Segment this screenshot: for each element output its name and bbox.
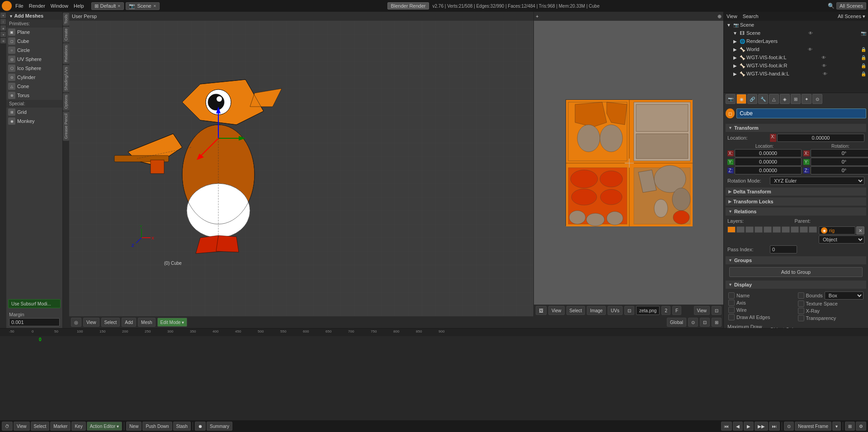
use-subsurf-button[interactable]: Use Subsurf Modi... bbox=[8, 299, 61, 308]
uv-shading-icon[interactable]: ⊡ bbox=[624, 306, 634, 315]
wgt-hand-l-eye-icon[interactable]: 👁 bbox=[822, 63, 826, 68]
texture-space-checkbox[interactable] bbox=[798, 301, 804, 307]
loc-xa-field[interactable] bbox=[735, 149, 802, 157]
vp-mesh-btn[interactable]: Mesh bbox=[138, 318, 155, 327]
toolbar-btn-5[interactable]: ⊕ bbox=[0, 38, 6, 43]
search-icon[interactable]: 🔍 bbox=[828, 3, 835, 9]
side-tab-tools[interactable]: Tools bbox=[63, 13, 69, 26]
tool-ico-sphere[interactable]: ⬡ Ico Sphere bbox=[6, 64, 62, 73]
outliner-item-scene[interactable]: ▼ 📷 Scene bbox=[724, 21, 868, 29]
layer-5[interactable] bbox=[764, 226, 772, 233]
loc-x-field[interactable] bbox=[777, 134, 864, 142]
tool-torus[interactable]: ⊗ Torus bbox=[6, 91, 62, 100]
timeline-view-btn[interactable]: View bbox=[14, 422, 30, 431]
outliner-item-wgt-hand-r[interactable]: ▶ 🦴 WGT-VIS-hand.ik:L 👁 🔒 bbox=[724, 70, 868, 78]
render-engine-selector[interactable]: Blender Render bbox=[387, 2, 429, 9]
vp-mode-icon-btn[interactable]: ◎ bbox=[71, 318, 81, 327]
uv-view-btn[interactable]: View bbox=[548, 306, 565, 315]
rotation-mode-select[interactable]: XYZ Euler bbox=[770, 177, 864, 185]
wire-checkbox[interactable] bbox=[728, 307, 735, 313]
props-modifier-tab[interactable]: 🔧 bbox=[758, 94, 768, 104]
wgt-foot-r-lock-icon[interactable]: 🔒 bbox=[861, 55, 866, 60]
tool-monkey[interactable]: ◉ Monkey bbox=[6, 117, 62, 126]
transport-back[interactable]: ◀ bbox=[733, 422, 743, 431]
rot-y-field[interactable] bbox=[811, 158, 868, 166]
bounds-type-select[interactable]: Box bbox=[825, 291, 863, 300]
stash-btn[interactable]: Stash bbox=[173, 422, 191, 431]
transform-header[interactable]: Transform bbox=[726, 124, 866, 132]
outliner-item-wgt-foot-r[interactable]: ▶ 🦴 WGT-VIS-foot.ik:L 👁 🔒 bbox=[724, 53, 868, 61]
tool-cylinder[interactable]: ⊙ Cylinder bbox=[6, 73, 62, 82]
side-tab-shading-uvs[interactable]: Shading/UVs bbox=[63, 65, 69, 93]
delta-transform-header[interactable]: Delta Transform bbox=[726, 188, 866, 196]
tool-plane[interactable]: ▣ Plane bbox=[6, 28, 62, 37]
layer-7[interactable] bbox=[782, 226, 790, 233]
nearest-frame-btn[interactable]: Nearest Frame bbox=[795, 422, 831, 431]
transport-skip-forward[interactable]: ⏭ bbox=[769, 422, 780, 431]
clear-parent-btn[interactable]: ✕ bbox=[856, 226, 864, 235]
wgt-foot-r-eye-icon[interactable]: 👁 bbox=[821, 55, 826, 60]
uv-view-mode-btn[interactable]: View bbox=[694, 306, 710, 315]
layer-2[interactable] bbox=[736, 226, 745, 233]
vp-select-btn[interactable]: Select bbox=[101, 318, 120, 327]
wgt-foot-l-eye-icon[interactable]: 👁 bbox=[808, 47, 812, 52]
layer-8[interactable] bbox=[791, 226, 799, 233]
vp-view-btn[interactable]: View bbox=[83, 318, 99, 327]
side-tab-relations[interactable]: Relations bbox=[63, 43, 69, 64]
renderlayers-camera-icon[interactable]: 📷 bbox=[861, 31, 866, 36]
push-down-btn[interactable]: Push Down bbox=[142, 422, 172, 431]
side-tab-grease-pencil[interactable]: Grease Pencil bbox=[63, 112, 69, 141]
outliner-item-wgt-hand-l[interactable]: ▶ 🦴 WGT-VIS-foot.ik:R 👁 🔒 bbox=[724, 61, 868, 70]
add-to-group-button[interactable]: Add to Group bbox=[729, 267, 863, 277]
wgt-hand-l-lock-icon[interactable]: 🔒 bbox=[861, 63, 866, 68]
timeline-select-btn[interactable]: Select bbox=[31, 422, 50, 431]
side-tab-options[interactable]: Options bbox=[63, 93, 69, 111]
loc-z-field[interactable] bbox=[735, 166, 802, 174]
outliner-item-renderlayers[interactable]: ▼ 🎞 Scene 👁 📷 bbox=[724, 29, 868, 37]
layer-3[interactable] bbox=[745, 226, 754, 233]
uv-image-btn[interactable]: Image bbox=[587, 306, 606, 315]
tool-circle[interactable]: ○ Circle bbox=[6, 46, 62, 55]
props-particles-tab[interactable]: ✦ bbox=[802, 94, 811, 104]
layer-6[interactable] bbox=[773, 226, 781, 233]
transport-forward[interactable]: ▶▶ bbox=[755, 422, 768, 431]
tool-cube[interactable]: ◻ Cube bbox=[6, 37, 62, 46]
toolbar-btn-3[interactable]: ◈ bbox=[0, 25, 6, 31]
axis-checkbox[interactable] bbox=[728, 300, 735, 306]
parent-name-field[interactable]: ◉ rig bbox=[819, 226, 855, 235]
rot-z-field[interactable] bbox=[811, 166, 868, 174]
menu-window[interactable]: Window bbox=[51, 3, 68, 9]
rot-x-field[interactable] bbox=[811, 149, 868, 157]
timeline-editor-icon[interactable]: ⏱ bbox=[2, 422, 13, 431]
nearest-frame-icon[interactable]: ⊙ bbox=[784, 422, 794, 431]
layer-10[interactable] bbox=[809, 226, 817, 233]
tool-grid[interactable]: ⊞ Grid bbox=[6, 108, 62, 117]
wgt-hand-r-lock-icon[interactable]: 🔒 bbox=[861, 71, 866, 76]
props-material-tab[interactable]: ◈ bbox=[780, 94, 790, 104]
toolbar-btn-4[interactable]: ✦ bbox=[0, 32, 6, 37]
summary-btn[interactable]: Summary bbox=[207, 422, 232, 431]
uv-select-btn[interactable]: Select bbox=[566, 306, 585, 315]
action-editor-select[interactable]: Action Editor ▾ bbox=[87, 422, 123, 431]
transport-play[interactable]: ▶ bbox=[744, 422, 754, 431]
uv-f-btn[interactable]: F bbox=[672, 306, 681, 315]
parent-type-select[interactable]: Object bbox=[819, 235, 864, 244]
object-name-field[interactable] bbox=[736, 108, 866, 118]
outliner-item-wgt-foot-l[interactable]: ▶ 🦴 World 👁 🔒 bbox=[724, 45, 868, 53]
transport-skip-back[interactable]: ⏮ bbox=[721, 422, 732, 431]
add-meshes-section[interactable]: Add Meshes bbox=[6, 12, 62, 20]
wgt-foot-l-lock-icon[interactable]: 🔒 bbox=[861, 47, 866, 52]
layer-9[interactable] bbox=[800, 226, 808, 233]
side-tab-create[interactable]: Create bbox=[63, 27, 69, 42]
timeline-key-btn[interactable]: Key bbox=[71, 422, 85, 431]
props-texture-tab[interactable]: ⊞ bbox=[791, 94, 801, 104]
tool-uv-sphere[interactable]: ◎ UV Sphere bbox=[6, 55, 62, 64]
uv-canvas-area[interactable] bbox=[534, 21, 723, 305]
screen-layout-selector[interactable]: ⊞ Default ✕ bbox=[91, 2, 124, 10]
renderlayers-eye-icon[interactable]: 👁 bbox=[808, 31, 813, 36]
scene-selector[interactable]: 📷 Scene ✕ bbox=[126, 2, 159, 10]
uv-editor-icon[interactable]: 🖼 bbox=[536, 306, 547, 315]
timeline-content[interactable]: -50 0 50 100 150 200 250 300 350 400 450… bbox=[0, 329, 868, 420]
scene-all-selector[interactable]: All Scenes bbox=[836, 2, 866, 9]
menu-render[interactable]: Render bbox=[29, 3, 45, 9]
